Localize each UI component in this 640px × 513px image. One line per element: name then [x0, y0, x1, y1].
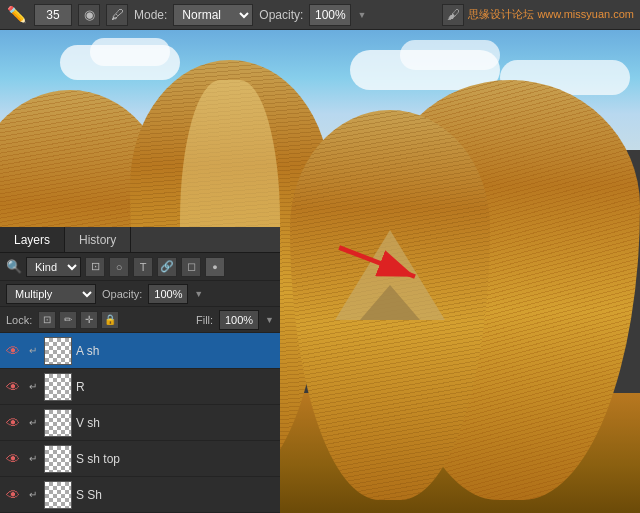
layer-name: V sh: [76, 416, 276, 430]
layer-visibility-icon[interactable]: 👁: [4, 342, 22, 360]
layer-list: 👁 ↵ A sh 👁 ↵ R 👁 ↵ V sh 👁: [0, 333, 280, 513]
layer-visibility-icon[interactable]: 👁: [4, 486, 22, 504]
layer-visibility-icon[interactable]: 👁: [4, 450, 22, 468]
watermark-text: 思缘设计论坛 www.missyuan.com: [468, 7, 634, 22]
filter-row: 🔍 Kind ⊡ ○ T 🔗 ◻ ●: [0, 253, 280, 281]
blend-row: Multiply Opacity: 100% ▼: [0, 281, 280, 307]
brush-preset-icon[interactable]: ◉: [78, 4, 100, 26]
lock-position-btn[interactable]: ✛: [80, 311, 98, 329]
fill-label: Fill:: [196, 314, 213, 326]
opacity-arrow-icon: ▼: [357, 10, 366, 20]
layer-thumbnail: [44, 481, 72, 509]
layer-name: S sh top: [76, 452, 276, 466]
opacity-value[interactable]: 100%: [148, 284, 188, 304]
layer-visibility-icon[interactable]: 👁: [4, 378, 22, 396]
layer-link-icon[interactable]: ↵: [26, 452, 40, 466]
svg-line-1: [339, 248, 415, 277]
layer-row[interactable]: 👁 ↵ V sh: [0, 405, 280, 441]
filter-toggle[interactable]: ●: [205, 257, 225, 277]
layer-name: S Sh: [76, 488, 276, 502]
filter-btn-2[interactable]: ○: [109, 257, 129, 277]
filter-btn-5[interactable]: ◻: [181, 257, 201, 277]
fill-arrow-icon: ▼: [265, 315, 274, 325]
layer-thumbnail: [44, 409, 72, 437]
opacity-arrow-icon: ▼: [194, 289, 203, 299]
layer-thumbnail: [44, 373, 72, 401]
layer-row[interactable]: 👁 ↵ S Sh: [0, 477, 280, 513]
panel-tabs: Layers History: [0, 227, 280, 253]
mode-icon[interactable]: 🖊: [106, 4, 128, 26]
filter-btn-4[interactable]: 🔗: [157, 257, 177, 277]
layer-visibility-icon[interactable]: 👁: [4, 414, 22, 432]
layer-thumbnail: [44, 445, 72, 473]
layer-row[interactable]: 👁 ↵ S sh top: [0, 441, 280, 477]
lock-icons: ⊡ ✏ ✛ 🔒: [38, 311, 119, 329]
layer-link-icon[interactable]: ↵: [26, 488, 40, 502]
lock-row: Lock: ⊡ ✏ ✛ 🔒 Fill: 100% ▼: [0, 307, 280, 333]
canvas-area: Layers History 🔍 Kind ⊡ ○ T 🔗 ◻ ● Multip…: [0, 30, 640, 513]
opacity-label: Opacity:: [102, 288, 142, 300]
filter-btn-3[interactable]: T: [133, 257, 153, 277]
fill-value[interactable]: 100%: [219, 310, 259, 330]
lock-label: Lock:: [6, 314, 32, 326]
layer-link-icon[interactable]: ↵: [26, 344, 40, 358]
layer-row[interactable]: 👁 ↵ R: [0, 369, 280, 405]
lock-pixels-btn[interactable]: ✏: [59, 311, 77, 329]
mode-select[interactable]: Normal: [173, 4, 253, 26]
layer-thumbnail: [44, 337, 72, 365]
filter-btn-1[interactable]: ⊡: [85, 257, 105, 277]
opacity-value[interactable]: 100%: [309, 4, 351, 26]
red-arrow-overlay: [320, 230, 440, 300]
tab-history[interactable]: History: [65, 227, 131, 252]
filter-select[interactable]: Kind: [26, 257, 81, 277]
airbrush-icon[interactable]: 🖌: [442, 4, 464, 26]
search-icon: 🔍: [6, 259, 22, 274]
opacity-label: Opacity:: [259, 8, 303, 22]
lock-transparent-btn[interactable]: ⊡: [38, 311, 56, 329]
layer-row[interactable]: 👁 ↵ A sh: [0, 333, 280, 369]
brush-size-value[interactable]: 35: [34, 4, 72, 26]
cloud-2: [90, 38, 170, 66]
layer-link-icon[interactable]: ↵: [26, 380, 40, 394]
brush-icon: ✏️: [6, 4, 28, 26]
cloud-4: [400, 40, 500, 70]
layer-link-icon[interactable]: ↵: [26, 416, 40, 430]
layer-name: A sh: [76, 344, 276, 358]
blend-mode-select[interactable]: Multiply: [6, 284, 96, 304]
layers-panel: Layers History 🔍 Kind ⊡ ○ T 🔗 ◻ ● Multip…: [0, 227, 280, 513]
toolbar-right: 🖌 思缘设计论坛 www.missyuan.com: [442, 4, 634, 26]
layer-name: R: [76, 380, 276, 394]
main-toolbar: ✏️ 35 ◉ 🖊 Mode: Normal Opacity: 100% ▼ 🖌…: [0, 0, 640, 30]
tab-layers[interactable]: Layers: [0, 227, 65, 252]
mode-label: Mode:: [134, 8, 167, 22]
lock-all-btn[interactable]: 🔒: [101, 311, 119, 329]
